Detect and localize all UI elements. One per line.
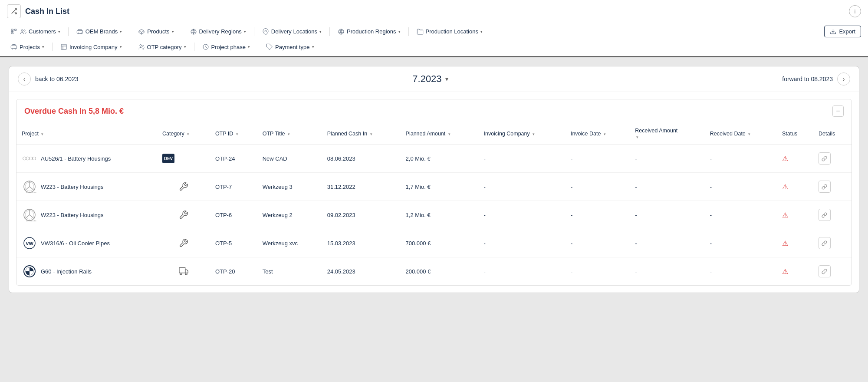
nav-back-label[interactable]: back to 06.2023 — [35, 76, 79, 82]
info-icon[interactable]: i — [849, 5, 861, 17]
table-header-row: Project ▾ Category ▾ OTP ID ▾ OTP Titl — [16, 123, 852, 145]
details-link-button[interactable] — [819, 181, 831, 193]
cell-details[interactable] — [813, 201, 852, 229]
filter-production-locations[interactable]: Production Locations ▾ — [413, 26, 486, 37]
filter-delivery-locations-label: Delivery Locations — [271, 28, 317, 35]
filter-project-phase[interactable]: Project phase ▾ — [199, 42, 254, 52]
filter-customers[interactable]: Customers ▾ — [7, 26, 64, 37]
overdue-title: Overdue Cash In 5,8 Mio. € — [24, 107, 124, 116]
col-received-amount[interactable]: Received Amount ▾ — [630, 123, 704, 145]
warning-icon: ⚠ — [782, 240, 788, 247]
nav-forward-label[interactable]: forward to 08.2023 — [782, 76, 833, 82]
warning-icon: ⚠ — [782, 155, 788, 162]
filter-otp-category[interactable]: OTP category ▾ — [135, 42, 190, 52]
cell-otp-id: OTP-7 — [210, 173, 257, 201]
cell-invoice-date: - — [566, 201, 630, 229]
collapse-button[interactable]: − — [832, 105, 844, 117]
svg-point-7 — [24, 30, 25, 31]
svg-text:VW: VW — [26, 241, 33, 246]
col-otp-title[interactable]: OTP Title ▾ — [257, 123, 322, 145]
export-label: Export — [839, 28, 855, 35]
car2-icon — [10, 43, 17, 50]
cell-details[interactable] — [813, 257, 852, 286]
col-planned-amount[interactable]: Planned Amount ▾ — [401, 123, 479, 145]
col-project[interactable]: Project ▾ — [16, 123, 157, 145]
chevron-down-icon: ▾ — [42, 45, 44, 49]
project-name: W223 - Battery Housings — [41, 212, 104, 218]
svg-point-33 — [33, 157, 36, 160]
sort-icon: ▾ — [604, 132, 606, 136]
col-status: Status — [777, 123, 813, 145]
svg-rect-2 — [11, 29, 13, 30]
cell-status: ⚠ — [777, 173, 813, 201]
details-link-button[interactable] — [819, 265, 831, 277]
filter-products[interactable]: Products ▾ — [135, 26, 177, 37]
details-link-button[interactable] — [819, 209, 831, 221]
cell-planned-cash-in: 31.12.2022 — [322, 173, 401, 201]
sort-icon: ▾ — [533, 132, 535, 136]
separator — [254, 27, 254, 36]
filter-production-regions[interactable]: Production Regions ▾ — [334, 26, 404, 37]
separator — [194, 43, 194, 51]
cell-details[interactable] — [813, 145, 852, 173]
category-badge: DEV — [162, 154, 174, 163]
cell-received-amount: - — [630, 145, 704, 173]
svg-rect-53 — [179, 268, 185, 273]
folder-icon — [417, 28, 424, 35]
category-badge — [162, 210, 205, 220]
person-icon — [10, 28, 17, 35]
cell-details[interactable] — [813, 173, 852, 201]
sort-icon: ▾ — [448, 132, 450, 136]
filter-invoicing-company[interactable]: Invoicing Company ▾ — [57, 42, 125, 52]
filter-delivery-locations[interactable]: Delivery Locations ▾ — [259, 26, 325, 37]
shuffle-icon[interactable] — [7, 4, 21, 18]
details-link-button[interactable] — [819, 237, 831, 249]
chevron-down-icon: ▾ — [248, 45, 250, 49]
current-period: 7.2023 — [412, 73, 441, 85]
warning-icon: ⚠ — [782, 211, 788, 219]
filter-oem-brands[interactable]: OEM Brands ▾ — [73, 26, 125, 37]
svg-point-31 — [26, 157, 29, 160]
cell-received-amount: - — [630, 229, 704, 257]
filter-payment-type[interactable]: Payment type ▾ — [263, 42, 318, 52]
col-invoicing-company[interactable]: Invoicing Company ▾ — [478, 123, 565, 145]
filter-delivery-regions[interactable]: Delivery Regions ▾ — [187, 26, 250, 37]
nav-back-arrow[interactable]: ‹ — [18, 72, 31, 86]
col-category[interactable]: Category ▾ — [157, 123, 210, 145]
col-invoice-date[interactable]: Invoice Date ▾ — [566, 123, 630, 145]
cell-received-amount: - — [630, 257, 704, 286]
sort-icon: ▾ — [236, 132, 238, 136]
col-received-date[interactable]: Received Date ▾ — [705, 123, 777, 145]
separator — [182, 27, 182, 36]
table-row: VW VW316/6 - Oil Cooler Pipes OTP-5 Werk… — [16, 229, 852, 257]
col-planned-cash-in[interactable]: Planned Cash In ▾ — [322, 123, 401, 145]
filter-projects[interactable]: Projects ▾ — [7, 42, 48, 52]
category-badge — [162, 238, 205, 248]
overdue-section: Overdue Cash In 5,8 Mio. € − Project ▾ C… — [16, 99, 852, 286]
cell-planned-amount: 200.000 € — [401, 257, 479, 286]
people-icon — [138, 43, 145, 50]
cell-details[interactable] — [813, 229, 852, 257]
period-dropdown-icon[interactable]: ▾ — [445, 76, 448, 82]
nav-left: ‹ back to 06.2023 — [18, 72, 79, 86]
cell-otp-title: Werkzeug xvc — [257, 229, 322, 257]
col-otp-id[interactable]: OTP ID ▾ — [210, 123, 257, 145]
svg-text:Mercedes-Benz: Mercedes-Benz — [26, 191, 36, 194]
separator — [258, 43, 258, 51]
svg-point-30 — [23, 157, 26, 160]
link-icon — [822, 269, 827, 274]
chevron-down-icon: ▾ — [120, 30, 122, 34]
filter-projects-label: Projects — [20, 44, 40, 50]
cell-planned-amount: 1,2 Mio. € — [401, 201, 479, 229]
details-link-button[interactable] — [819, 152, 831, 165]
nav-forward-arrow[interactable]: › — [837, 72, 850, 86]
svg-point-56 — [185, 273, 187, 275]
brand-logo — [22, 263, 37, 279]
globe2-icon — [338, 28, 345, 35]
cell-project: G60 - Injection Rails — [16, 257, 157, 286]
svg-line-44 — [25, 215, 30, 219]
separator — [130, 27, 130, 36]
filter-project-phase-label: Project phase — [211, 44, 246, 50]
cell-planned-amount: 2,0 Mio. € — [401, 145, 479, 173]
export-button[interactable]: Export — [824, 26, 861, 37]
